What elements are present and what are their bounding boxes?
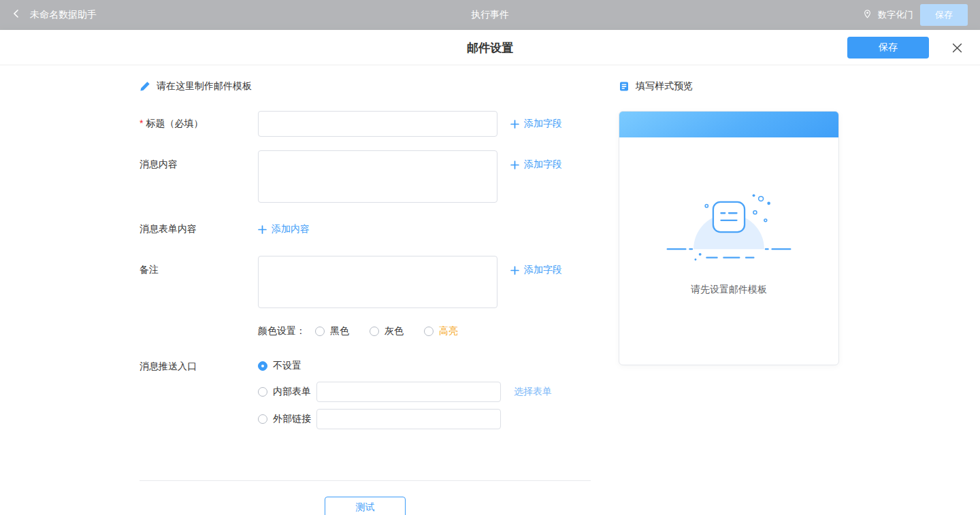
field-label-content: 消息内容 (140, 150, 258, 203)
topbar: 未命名数据助手 执行事件 数字化门 保存 (0, 0, 980, 30)
dialog-header: 邮件设置 保存 (0, 30, 980, 65)
radio-label-external-link: 外部链接 (273, 413, 311, 425)
radio-circle (258, 387, 267, 397)
preview-header-text: 填写样式预览 (636, 80, 693, 93)
field-label-remark: 备注 (140, 256, 258, 308)
preview-card-header (619, 112, 838, 137)
editor-header-text: 请在这里制作邮件模板 (157, 80, 252, 93)
radio-label-gray: 灰色 (385, 325, 404, 337)
empty-state-illustration (619, 184, 838, 269)
add-field-link-title-text: 添加字段 (524, 118, 562, 130)
radio-label-highlight: 高亮 (439, 325, 458, 337)
dialog-title: 邮件设置 (467, 39, 513, 55)
preview-empty-text: 请先设置邮件模板 (619, 284, 838, 296)
radio-label-internal-form: 内部表单 (273, 386, 311, 398)
radio-color-gray[interactable]: 灰色 (370, 325, 404, 337)
radio-entry-internal-form[interactable]: 内部表单 (258, 386, 311, 398)
dialog-body: 请在这里制作邮件模板 *标题（必填） 添加字段 (0, 65, 980, 515)
remark-row: 备注 添加字段 (140, 256, 591, 308)
content-textarea[interactable] (258, 150, 497, 203)
template-editor: 请在这里制作邮件模板 *标题（必填） 添加字段 (140, 80, 591, 515)
document-icon (619, 81, 630, 92)
plus-icon (510, 120, 519, 129)
plus-icon (510, 161, 519, 169)
radio-circle-checked (258, 361, 267, 371)
field-label-title: *标题（必填） (140, 118, 258, 130)
radio-entry-none[interactable]: 不设置 (258, 360, 301, 372)
radio-circle (258, 414, 267, 424)
field-label-title-text: 标题（必填） (146, 118, 203, 129)
radio-circle (424, 327, 434, 336)
content-row: 消息内容 添加字段 (140, 150, 591, 203)
email-settings-dialog: 邮件设置 保存 请在这里制作邮件模板 *标题（必填） (0, 30, 980, 515)
add-field-link-title[interactable]: 添加字段 (510, 118, 562, 130)
pencil-icon (140, 81, 150, 92)
add-field-link-remark-text: 添加字段 (524, 264, 562, 276)
close-icon[interactable] (950, 41, 964, 54)
required-mark: * (140, 118, 143, 129)
preview-card: 请先设置邮件模板 (619, 111, 839, 365)
internal-form-input[interactable] (316, 382, 501, 402)
title-row: *标题（必填） 添加字段 (140, 111, 591, 137)
screen: 未命名数据助手 执行事件 数字化门 保存 邮件设置 保存 (0, 0, 980, 515)
editor-section-header: 请在这里制作邮件模板 (140, 80, 591, 93)
external-link-input[interactable] (316, 409, 501, 429)
divider (140, 480, 591, 481)
form-content-row: 消息表单内容 添加内容 (140, 223, 591, 235)
plus-icon (510, 266, 519, 275)
radio-color-highlight[interactable]: 高亮 (424, 325, 458, 337)
test-button[interactable]: 测试 (325, 497, 406, 515)
preview-card-body: 请先设置邮件模板 (619, 137, 838, 296)
color-setting-row: 颜色设置： 黑色 灰色 高亮 (140, 325, 591, 337)
field-label-push-entry: 消息推送入口 (140, 359, 258, 436)
radio-circle (315, 327, 325, 336)
color-setting-label: 颜色设置： (258, 325, 306, 337)
radio-entry-external-link[interactable]: 外部链接 (258, 413, 311, 425)
add-content-link-text: 添加内容 (272, 223, 310, 235)
add-content-link[interactable]: 添加内容 (258, 223, 310, 235)
radio-color-black[interactable]: 黑色 (315, 325, 349, 337)
push-entry-options: 不设置 内部表单 选择表单 (258, 359, 552, 436)
title-input[interactable] (258, 111, 497, 137)
add-field-link-remark[interactable]: 添加字段 (510, 256, 562, 276)
add-field-link-content-text: 添加字段 (524, 159, 562, 171)
field-label-form-content: 消息表单内容 (140, 223, 258, 235)
preview-panel: 填写样式预览 (619, 80, 839, 515)
modal-mask[interactable] (0, 0, 980, 30)
radio-label-none: 不设置 (273, 360, 301, 372)
radio-label-black: 黑色 (330, 325, 349, 337)
push-entry-row: 消息推送入口 不设置 内部表单 (140, 359, 591, 436)
select-form-link[interactable]: 选择表单 (514, 386, 552, 398)
preview-section-header: 填写样式预览 (619, 80, 839, 93)
add-field-link-content[interactable]: 添加字段 (510, 150, 562, 171)
save-button[interactable]: 保存 (847, 37, 929, 59)
plus-icon (258, 225, 267, 234)
radio-circle (370, 327, 379, 336)
remark-textarea[interactable] (258, 256, 497, 308)
